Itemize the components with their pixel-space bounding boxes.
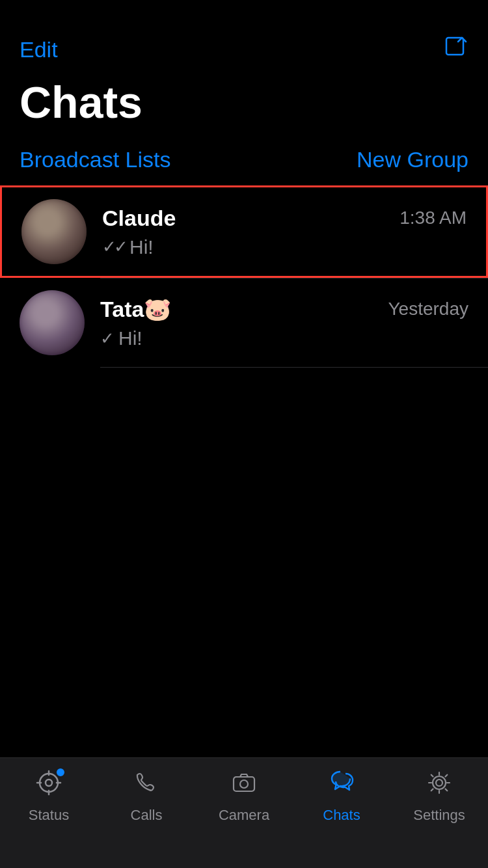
chat-preview-text-claude: Hi! — [129, 236, 154, 258]
compose-icon — [444, 35, 468, 60]
tab-status-label: Status — [29, 807, 69, 824]
tab-chats-label: Chats — [323, 807, 360, 824]
status-notification-dot — [55, 767, 66, 778]
chat-name-claude: Claude — [102, 206, 176, 231]
chat-preview-tata: ✓ Hi! — [100, 327, 468, 349]
double-checkmark-claude: ✓✓ — [102, 237, 126, 257]
settings-icon-wrap — [425, 768, 454, 802]
status-icon-wrap — [34, 768, 63, 802]
chat-name-tata: Tata🐷 — [100, 296, 171, 322]
svg-rect-0 — [446, 38, 463, 55]
chat-name-row-claude: Claude 1:38 AM — [102, 206, 467, 231]
chat-time-tata: Yesterday — [388, 299, 469, 319]
svg-point-12 — [433, 776, 446, 789]
chats-icon — [327, 768, 356, 797]
svg-point-3 — [40, 774, 58, 792]
chat-preview-claude: ✓✓ Hi! — [102, 236, 467, 258]
chats-icon-wrap — [327, 768, 356, 802]
page-title: Chats — [0, 70, 488, 141]
new-group-button[interactable]: New Group — [357, 147, 468, 172]
tab-calls-label: Calls — [131, 807, 163, 824]
tab-bar: Status Calls Camera Cha — [0, 757, 488, 868]
tab-calls[interactable]: Calls — [98, 768, 195, 824]
camera-icon — [230, 768, 258, 797]
svg-point-4 — [46, 780, 52, 786]
checkmark-tata: ✓ — [100, 329, 115, 349]
chat-name-row-tata: Tata🐷 Yesterday — [100, 296, 468, 322]
chat-time-claude: 1:38 AM — [400, 208, 467, 228]
svg-point-10 — [240, 780, 248, 788]
calls-icon-wrap — [132, 768, 161, 802]
calls-icon — [132, 768, 161, 797]
chat-item-claude[interactable]: Claude 1:38 AM ✓✓ Hi! — [0, 185, 488, 278]
tab-camera[interactable]: Camera — [195, 768, 293, 824]
broadcast-lists-button[interactable]: Broadcast Lists — [20, 147, 170, 172]
tab-status[interactable]: Status — [0, 768, 98, 824]
action-row: Broadcast Lists New Group — [0, 141, 488, 185]
chat-info-tata: Tata🐷 Yesterday ✓ Hi! — [100, 296, 468, 349]
compose-button[interactable] — [444, 35, 468, 64]
chat-item-tata[interactable]: Tata🐷 Yesterday ✓ Hi! — [0, 278, 488, 367]
header: Edit — [0, 0, 488, 70]
avatar-claude — [21, 199, 87, 264]
tab-settings-label: Settings — [413, 807, 465, 824]
tab-chats[interactable]: Chats — [293, 768, 390, 824]
camera-icon-wrap — [230, 768, 258, 802]
svg-point-11 — [436, 780, 442, 786]
avatar-tata — [20, 290, 85, 355]
svg-rect-9 — [234, 777, 254, 791]
chat-preview-text-tata: Hi! — [118, 327, 142, 349]
settings-icon — [425, 768, 454, 797]
chat-list: Claude 1:38 AM ✓✓ Hi! Tata🐷 Yesterday ✓ … — [0, 185, 488, 368]
chat-info-claude: Claude 1:38 AM ✓✓ Hi! — [102, 206, 467, 258]
tab-camera-label: Camera — [219, 807, 269, 824]
divider-2 — [100, 367, 488, 368]
edit-button[interactable]: Edit — [20, 37, 58, 62]
tab-settings[interactable]: Settings — [390, 768, 488, 824]
